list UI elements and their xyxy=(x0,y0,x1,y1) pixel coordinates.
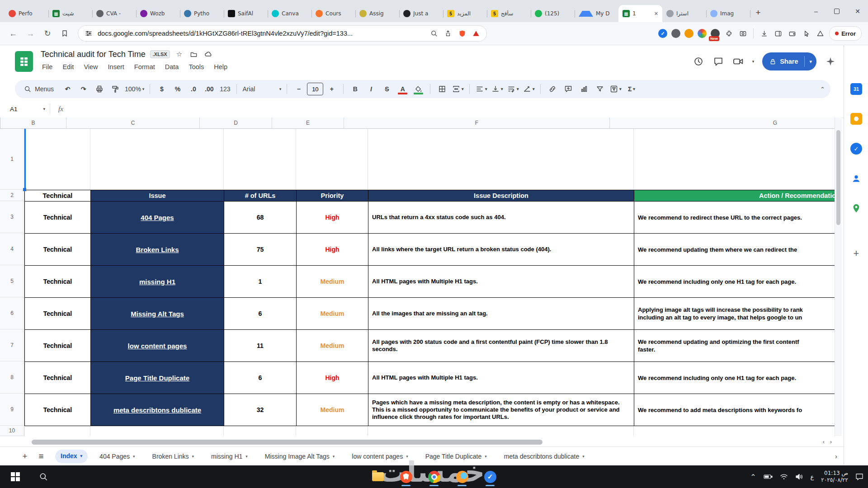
meet-icon[interactable] xyxy=(732,56,744,67)
chevron-down-icon[interactable]: ▾ xyxy=(80,452,83,460)
namebox-caret-icon[interactable]: ▾ xyxy=(43,107,45,111)
menu-tools[interactable]: Tools xyxy=(184,61,208,72)
comments-icon[interactable] xyxy=(712,56,724,67)
issue-link[interactable]: 404 Pages xyxy=(141,214,174,221)
undo-button[interactable]: ↶ xyxy=(60,83,75,95)
site-settings-icon[interactable] xyxy=(84,28,94,38)
taskbar-clock[interactable]: 01:13 ص ٢٠٢٥/٠٨/٢٢ xyxy=(821,470,848,483)
description-cell[interactable]: All the images that are missing an alt t… xyxy=(368,298,634,330)
sheets-logo[interactable] xyxy=(15,51,33,72)
priority-cell[interactable]: Medium xyxy=(297,266,368,298)
horizontal-scrollbar[interactable]: ‹ › xyxy=(24,438,835,446)
header-cell-urls[interactable]: # of URLs xyxy=(224,190,297,202)
priority-cell[interactable]: High xyxy=(297,202,368,234)
text-rotation-button[interactable]: ▾ xyxy=(521,83,536,95)
header-cell-description[interactable]: Issue Description xyxy=(368,190,634,202)
browser-tab[interactable]: ▦شيت xyxy=(48,5,92,22)
description-cell[interactable]: All pages with 200 status code and a fir… xyxy=(368,330,634,362)
insert-chart-button[interactable] xyxy=(576,83,591,95)
category-cell[interactable]: Technical xyxy=(25,394,91,426)
scroll-left-icon[interactable]: ‹ xyxy=(823,438,825,445)
empty-cell[interactable] xyxy=(296,426,368,436)
extension-person-icon[interactable] xyxy=(684,29,693,38)
url-count-cell[interactable]: 6 xyxy=(224,362,297,394)
priority-cell[interactable]: Medium xyxy=(297,394,368,426)
borders-button[interactable] xyxy=(434,83,449,95)
share-caret-icon[interactable]: ▾ xyxy=(805,59,816,65)
strikethrough-button[interactable]: S xyxy=(379,83,394,95)
number-format-button[interactable]: 123 xyxy=(217,83,232,95)
category-cell[interactable]: Technical xyxy=(25,298,91,330)
fill-color-button[interactable] xyxy=(411,83,426,95)
category-cell[interactable]: Technical xyxy=(25,234,91,266)
header-cell-action[interactable]: Action / Recommendation xyxy=(634,190,835,202)
tray-expand-icon[interactable]: ⌃ xyxy=(750,473,756,481)
document-title[interactable]: Technical audit for Tech Time xyxy=(41,50,146,59)
share-page-icon[interactable] xyxy=(443,28,453,38)
menu-edit[interactable]: Edit xyxy=(58,61,78,72)
url-count-cell[interactable]: 75 xyxy=(224,234,297,266)
zoom-icon[interactable] xyxy=(429,28,439,38)
column-header-D[interactable]: D xyxy=(200,117,272,129)
new-tab-button[interactable]: + xyxy=(752,6,764,19)
network-icon[interactable] xyxy=(780,474,788,480)
browser-tab[interactable]: ▦1✕ xyxy=(618,5,662,22)
chevron-down-icon[interactable]: ▾ xyxy=(245,454,248,459)
browser-tab[interactable]: Imag xyxy=(706,5,750,22)
browser-tab[interactable]: My D xyxy=(575,5,618,22)
italic-button[interactable]: I xyxy=(363,83,378,95)
taskbar-search-icon[interactable] xyxy=(34,467,52,487)
extension-check-icon[interactable]: ✓ xyxy=(658,29,667,38)
issue-cell[interactable]: meta describtons dublicate xyxy=(91,394,224,426)
functions-button[interactable]: Σ▾ xyxy=(624,83,639,95)
row-header-4[interactable]: 4 xyxy=(0,233,24,265)
todo-app-icon[interactable]: ✓ xyxy=(481,467,499,487)
action-cell[interactable]: We recommend updating them where we can … xyxy=(634,234,835,266)
minimize-button[interactable]: – xyxy=(806,0,826,22)
browser-tab[interactable]: Canva xyxy=(268,5,311,22)
empty-cell[interactable] xyxy=(368,129,634,190)
insert-comment-button[interactable] xyxy=(561,83,576,95)
header-cell-issue[interactable]: Issue xyxy=(91,190,224,202)
column-header-C[interactable]: C xyxy=(66,117,200,129)
chrome-taskbar-icon[interactable] xyxy=(425,467,443,487)
row-header-5[interactable]: 5 xyxy=(0,265,24,297)
tabbar-scroll-right-icon[interactable]: › xyxy=(835,452,837,460)
contacts-icon[interactable] xyxy=(849,172,863,185)
issue-link[interactable]: Page Title Duplicate xyxy=(125,374,189,382)
menu-data[interactable]: Data xyxy=(161,61,183,72)
share-button[interactable]: Share ▾ xyxy=(762,52,816,70)
wallet-icon[interactable] xyxy=(787,28,797,38)
merge-cells-button[interactable]: ▾ xyxy=(450,83,465,95)
bookmark-icon[interactable] xyxy=(58,27,71,40)
row-header-3[interactable]: 3 xyxy=(0,201,24,233)
sheet-tab[interactable]: missing H1▾ xyxy=(206,450,253,463)
description-cell[interactable]: URLs that return a 4xx status code such … xyxy=(368,202,634,234)
issue-cell[interactable]: 404 Pages xyxy=(91,202,224,234)
category-cell[interactable]: Technical xyxy=(25,330,91,362)
decrease-font-size-button[interactable]: − xyxy=(291,83,306,95)
browser-tab[interactable]: Assig xyxy=(355,5,399,22)
browser-tab[interactable]: SaifAl xyxy=(224,5,268,22)
filter-views-button[interactable]: ▾ xyxy=(608,83,623,95)
column-header-B[interactable]: B xyxy=(0,117,66,129)
browser-tab[interactable]: Perfo xyxy=(5,5,48,22)
category-cell[interactable]: Technical xyxy=(25,362,91,394)
priority-cell[interactable]: High xyxy=(297,362,368,394)
empty-cell[interactable] xyxy=(24,426,90,436)
horizontal-scroll-thumb[interactable] xyxy=(32,440,542,445)
increase-decimal-button[interactable]: .00 xyxy=(202,83,217,95)
text-color-button[interactable]: A xyxy=(395,83,410,95)
chevron-down-icon[interactable]: ▾ xyxy=(485,454,487,459)
add-addon-icon[interactable]: + xyxy=(849,247,863,260)
browser-tab[interactable]: Just a xyxy=(399,5,443,22)
row-header-8[interactable]: 8 xyxy=(0,361,24,394)
file-explorer-icon[interactable] xyxy=(369,467,387,487)
category-cell[interactable]: Technical xyxy=(25,266,91,298)
menu-file[interactable]: File xyxy=(38,61,57,72)
omnibox[interactable]: docs.google.com/spreadsheets/d/1kHGtXZG8… xyxy=(78,25,487,42)
description-cell[interactable]: Pages which have a missing meta descript… xyxy=(368,394,634,426)
cloud-status-icon[interactable] xyxy=(203,49,213,59)
insert-link-button[interactable] xyxy=(545,83,560,95)
paint-format-button[interactable] xyxy=(108,83,123,95)
